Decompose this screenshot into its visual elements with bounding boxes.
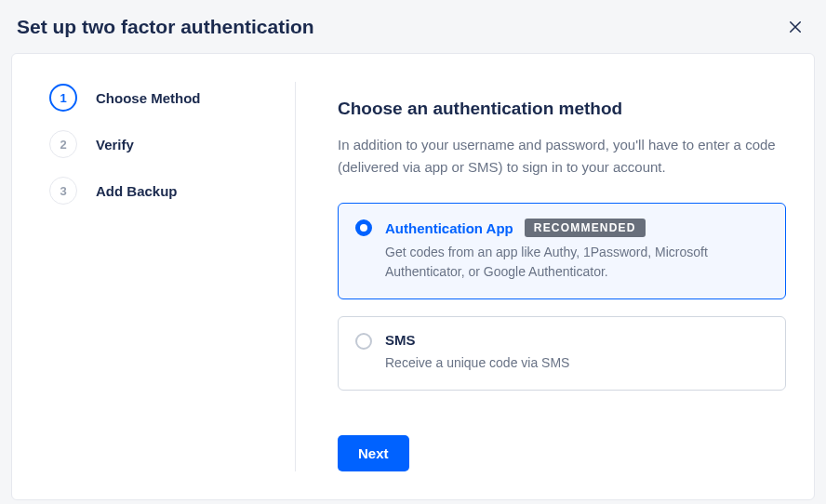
content-area: Choose an authentication method In addit… xyxy=(296,82,786,471)
option-description: Get codes from an app like Authy, 1Passw… xyxy=(385,243,768,282)
recommended-badge: RECOMMENDED xyxy=(525,219,646,237)
modal-card: 1 Choose Method 2 Verify 3 Add Backup Ch… xyxy=(11,53,815,500)
option-body: Authentication App RECOMMENDED Get codes… xyxy=(385,219,768,282)
radio-icon xyxy=(355,333,372,350)
step-item-verify[interactable]: 2 Verify xyxy=(49,130,276,158)
next-button[interactable]: Next xyxy=(338,435,409,471)
step-number-circle: 3 xyxy=(49,177,77,205)
close-icon xyxy=(787,19,804,35)
close-button[interactable] xyxy=(783,15,807,39)
step-item-choose-method[interactable]: 1 Choose Method xyxy=(49,84,276,112)
option-title-row: Authentication App RECOMMENDED xyxy=(385,219,768,237)
step-label: Add Backup xyxy=(96,183,178,199)
modal-header: Set up two factor authentication xyxy=(0,0,826,48)
option-title-row: SMS xyxy=(385,332,768,348)
step-label: Verify xyxy=(96,137,134,153)
step-item-add-backup[interactable]: 3 Add Backup xyxy=(49,177,276,205)
option-sms[interactable]: SMS Receive a unique code via SMS xyxy=(338,316,786,391)
option-title: SMS xyxy=(385,332,416,348)
steps-sidebar: 1 Choose Method 2 Verify 3 Add Backup xyxy=(40,82,296,471)
step-number-circle: 1 xyxy=(49,84,77,112)
content-heading: Choose an authentication method xyxy=(338,99,786,119)
radio-icon xyxy=(355,219,372,236)
modal-title: Set up two factor authentication xyxy=(17,16,314,38)
option-authentication-app[interactable]: Authentication App RECOMMENDED Get codes… xyxy=(338,203,786,299)
option-body: SMS Receive a unique code via SMS xyxy=(385,332,768,373)
option-title: Authentication App xyxy=(385,220,513,236)
step-label: Choose Method xyxy=(96,90,201,106)
step-number-circle: 2 xyxy=(49,130,77,158)
content-description: In addition to your username and passwor… xyxy=(338,134,786,179)
option-description: Receive a unique code via SMS xyxy=(385,353,768,373)
